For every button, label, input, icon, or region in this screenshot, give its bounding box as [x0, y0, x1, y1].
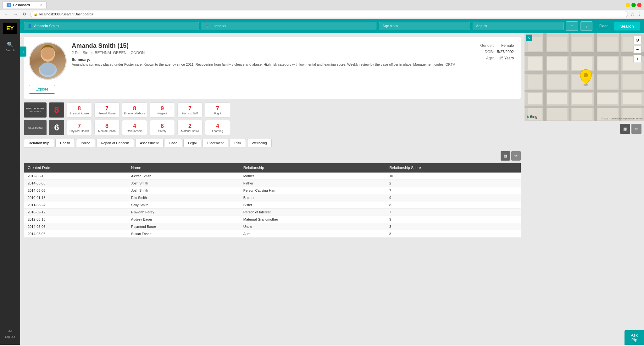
- tab-case[interactable]: Case: [165, 139, 182, 147]
- svg-rect-35: [547, 108, 567, 120]
- flight-label: Flight: [214, 112, 221, 115]
- col-relationship-score: Relationship Score: [386, 163, 521, 173]
- main-content: 👤 📍 ♂ ♀ Clear Search ›: [20, 19, 644, 345]
- refresh-btn[interactable]: ↻: [21, 11, 28, 17]
- map-zoom-in-btn[interactable]: +: [633, 55, 641, 63]
- app-container: EY 🔍 Search ↩ Log Out 👤 📍: [0, 19, 644, 345]
- close-window-btn[interactable]: [637, 3, 641, 7]
- location-search-input[interactable]: 📍: [202, 22, 377, 30]
- wellbeing-relationship: 4 Relationship: [122, 120, 147, 135]
- tab-close-btn[interactable]: ×: [40, 3, 42, 7]
- maximize-btn[interactable]: [631, 3, 636, 7]
- table-row[interactable]: 2014-05-06Susan EssenAunt8: [24, 230, 521, 238]
- table-row[interactable]: 2012-06-15Audrey BauerMaternal Grandmoth…: [24, 216, 521, 223]
- logout-icon: ↩: [8, 328, 12, 334]
- explore-btn[interactable]: Explore: [29, 85, 55, 94]
- relationship-score: 4: [133, 123, 136, 129]
- tab-assessment[interactable]: Assessment: [135, 139, 164, 147]
- table-cell: 2014-05-06: [24, 187, 127, 194]
- male-gender-btn[interactable]: ♂: [566, 21, 578, 31]
- tab-wellbeing[interactable]: Wellbeing: [247, 139, 272, 147]
- wellbeing-label: WELL BEING: [24, 120, 47, 135]
- table-cell: 2012-06-15: [24, 173, 127, 180]
- sidebar-search-label: Search: [6, 49, 15, 52]
- tab-legal[interactable]: Legal: [183, 139, 201, 147]
- name-search-input[interactable]: 👤: [24, 22, 199, 30]
- table-cell: 2012-06-15: [24, 216, 127, 223]
- svg-rect-21: [572, 57, 592, 70]
- settings-btn[interactable]: ⋮: [637, 12, 641, 17]
- location-field[interactable]: [212, 24, 373, 28]
- table-cell: Mother: [240, 173, 386, 180]
- search-icon: 🔍: [7, 41, 13, 47]
- age-from-field[interactable]: [382, 24, 466, 28]
- table-row[interactable]: 2014-05-06Raymond BauerUncle3: [24, 223, 521, 230]
- map-grid-btn[interactable]: ▦: [620, 124, 630, 134]
- forward-btn[interactable]: →: [12, 11, 19, 17]
- profile-name: Amanda Smith (15): [72, 42, 473, 49]
- profile-card: Amanda Smith (15) 2 Pott Street, BETHNAL…: [24, 37, 521, 99]
- table-cell: Alexsa Smith: [127, 173, 240, 180]
- table-cell: Sister: [240, 201, 386, 209]
- tab-health[interactable]: Health: [55, 139, 75, 147]
- table-row[interactable]: 2014-05-06Josh SmithPerson Causing Harm7: [24, 187, 521, 194]
- table-cell: Aunt: [240, 230, 386, 238]
- svg-rect-25: [547, 75, 567, 89]
- bookmark-btn[interactable]: ☆: [630, 12, 635, 17]
- harm-self-score: 7: [188, 105, 192, 112]
- map-pencil-btn[interactable]: ✏: [631, 124, 641, 134]
- table-cell: Uncle: [240, 223, 386, 230]
- wellbeing-learning: 4 Learning: [205, 120, 230, 135]
- scores-section: RISK OF HARM Remscore 8 8 Physical Abuse…: [24, 102, 521, 135]
- risk-flight: 7 Flight: [205, 102, 230, 118]
- address-bar[interactable]: 🔒 localhost:8088/Search/Dashboard#: [30, 11, 628, 17]
- name-field[interactable]: [34, 24, 196, 28]
- table-cell: 8: [386, 201, 521, 209]
- grid-view-btn[interactable]: ▦: [501, 151, 510, 161]
- age-from-input[interactable]: [379, 22, 470, 30]
- expand-sidebar-btn[interactable]: ›: [20, 47, 26, 57]
- browser-tab[interactable]: D Dashboard ×: [3, 1, 47, 8]
- table-row[interactable]: 2010-01-18Eric SmithBrother9: [24, 194, 521, 201]
- emotional-abuse-score: 8: [133, 105, 136, 112]
- map-target-btn[interactable]: ⊙: [633, 36, 641, 44]
- profile-address: 2 Pott Street, BETHNAL GREEN, LONDON: [72, 51, 473, 55]
- edit-btn[interactable]: ✏: [511, 151, 521, 161]
- table-cell: Raymond Bauer: [127, 223, 240, 230]
- back-btn[interactable]: ←: [3, 11, 9, 17]
- minimize-btn[interactable]: [626, 3, 630, 7]
- age-value: 15 Years: [496, 55, 515, 61]
- tab-relationship[interactable]: Relationship: [24, 139, 54, 147]
- sidebar-item-logout[interactable]: ↩ Log Out: [3, 326, 18, 341]
- map-tools: ▦ ✏: [525, 121, 644, 136]
- clear-btn[interactable]: Clear: [595, 22, 612, 30]
- female-gender-btn[interactable]: ♀: [580, 21, 592, 31]
- ask-pip-btn[interactable]: Ask Pip: [625, 330, 644, 345]
- table-row[interactable]: 2012-06-15Alexsa SmithMother10: [24, 173, 521, 180]
- tab-report-of-concern[interactable]: Report of Concern: [96, 139, 134, 147]
- svg-rect-8: [525, 90, 644, 92]
- age-to-field[interactable]: [476, 24, 560, 28]
- table-row[interactable]: 2010-09-12Elsworth FareyPerson of Intere…: [24, 209, 521, 216]
- table-cell: 9: [386, 194, 521, 201]
- table-row[interactable]: 2014-05-06Josh SmithFather2: [24, 180, 521, 187]
- tab-risk[interactable]: Risk: [230, 139, 246, 147]
- table-cell: Sally Smith: [127, 201, 240, 209]
- mental-health-label: Mental Health: [98, 129, 116, 133]
- tab-placement[interactable]: Placement: [203, 139, 228, 147]
- age-to-input[interactable]: [473, 22, 564, 30]
- material-basic-label: Material Basic: [181, 129, 199, 133]
- map-section: ⊙ − + ⤡ b Bing © 2017 Microsoft Corporat…: [525, 33, 644, 345]
- gender-value: Female: [496, 43, 515, 48]
- table-cell: Person of Interest: [240, 209, 386, 216]
- safety-score: 6: [161, 123, 164, 129]
- risk-total-score: 8: [49, 102, 64, 118]
- map-fullscreen-btn[interactable]: ⤡: [526, 35, 532, 41]
- map-zoom-out-btn[interactable]: −: [633, 45, 641, 53]
- table-row[interactable]: 2011-08-24Sally SmithSister8: [24, 201, 521, 209]
- sidebar-item-search[interactable]: 🔍 Search: [0, 39, 20, 54]
- svg-rect-13: [619, 33, 621, 121]
- tab-police[interactable]: Police: [76, 139, 95, 147]
- summary-label: Summary:: [72, 58, 90, 62]
- search-btn[interactable]: Search: [614, 22, 640, 30]
